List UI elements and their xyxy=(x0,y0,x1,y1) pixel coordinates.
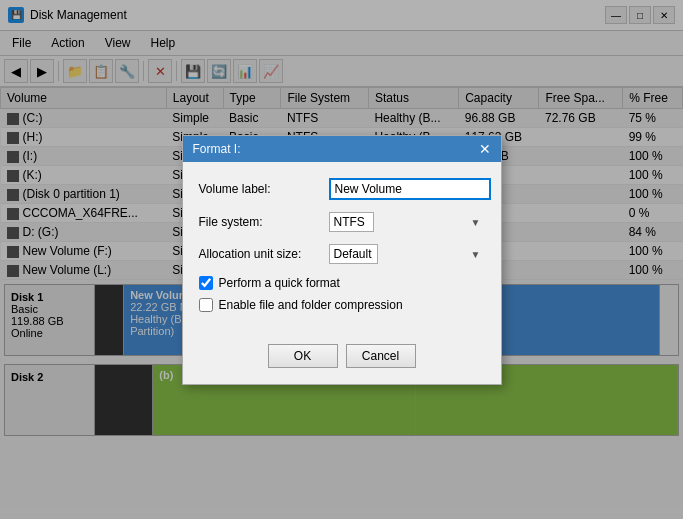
format-dialog: Format I: ✕ Volume label: File system: N… xyxy=(182,135,502,385)
modal-overlay: Format I: ✕ Volume label: File system: N… xyxy=(0,0,683,519)
modal-close-button[interactable]: ✕ xyxy=(479,142,491,156)
modal-title-bar: Format I: ✕ xyxy=(183,136,501,162)
cancel-button[interactable]: Cancel xyxy=(346,344,416,368)
allocation-select-wrapper: Default 512 1024 2048 4096 ▼ xyxy=(329,244,485,264)
ok-button[interactable]: OK xyxy=(268,344,338,368)
volume-label-input[interactable] xyxy=(329,178,491,200)
quick-format-checkbox[interactable] xyxy=(199,276,213,290)
quick-format-label: Perform a quick format xyxy=(219,276,340,290)
allocation-select-arrow: ▼ xyxy=(471,248,481,259)
allocation-row: Allocation unit size: Default 512 1024 2… xyxy=(199,244,485,264)
allocation-select[interactable]: Default 512 1024 2048 4096 xyxy=(329,244,378,264)
compression-row: Enable file and folder compression xyxy=(199,298,485,312)
modal-footer: OK Cancel xyxy=(183,336,501,384)
compression-checkbox[interactable] xyxy=(199,298,213,312)
allocation-label: Allocation unit size: xyxy=(199,247,329,261)
modal-title: Format I: xyxy=(193,142,241,156)
filesystem-select-arrow: ▼ xyxy=(471,216,481,227)
compression-label: Enable file and folder compression xyxy=(219,298,403,312)
volume-label-label: Volume label: xyxy=(199,182,329,196)
filesystem-select[interactable]: NTFS FAT32 exFAT xyxy=(329,212,374,232)
filesystem-label: File system: xyxy=(199,215,329,229)
filesystem-row: File system: NTFS FAT32 exFAT ▼ xyxy=(199,212,485,232)
volume-label-row: Volume label: xyxy=(199,178,485,200)
quick-format-row: Perform a quick format xyxy=(199,276,485,290)
filesystem-select-wrapper: NTFS FAT32 exFAT ▼ xyxy=(329,212,485,232)
modal-body: Volume label: File system: NTFS FAT32 ex… xyxy=(183,162,501,336)
